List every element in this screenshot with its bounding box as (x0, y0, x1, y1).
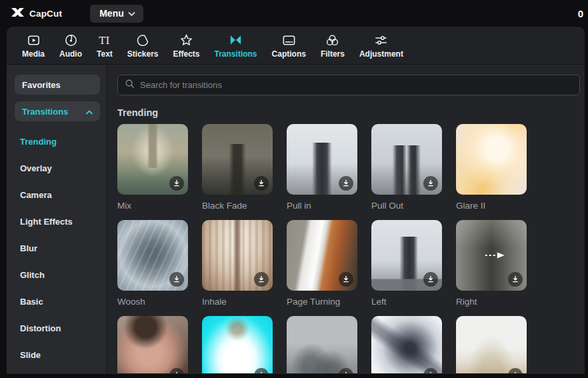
capcut-logo-icon (11, 7, 25, 20)
transition-item (371, 316, 442, 373)
topbar-right-text: 0 (578, 8, 584, 19)
transition-label: Glare II (456, 200, 527, 211)
sidebar-item-slide[interactable]: Slide (7, 341, 106, 368)
tab-adjustment[interactable]: Adjustment (352, 33, 411, 59)
download-icon[interactable] (169, 368, 184, 373)
transition-item: Left (371, 220, 442, 307)
transition-thumb-pull-out[interactable] (371, 124, 442, 195)
menu-button[interactable]: Menu (90, 5, 143, 23)
download-icon[interactable] (339, 176, 353, 191)
transition-thumb[interactable] (202, 316, 273, 373)
transitions-group-label: Transitions (22, 107, 68, 117)
download-icon[interactable] (508, 272, 523, 287)
transitions-panel-window: Media Audio TI Text Stickers Effects (7, 27, 585, 374)
transition-thumb-left[interactable] (371, 220, 442, 291)
sidebar-item-distortion[interactable]: Distortion (7, 315, 106, 341)
arrow-right-icon (484, 249, 505, 261)
transition-item: Inhale (202, 220, 273, 307)
transition-label: Woosh (117, 296, 188, 307)
sidebar-item-overlay[interactable]: Overlay (7, 155, 106, 181)
topbar: CapCut Menu 0 (0, 0, 588, 27)
transition-item: Glare II (456, 124, 527, 211)
sidebar-item-glitch[interactable]: Glitch (7, 261, 106, 288)
transition-item: Mix (117, 124, 188, 211)
transition-thumb-pull-in[interactable] (287, 124, 357, 195)
sidebar-item-basic[interactable]: Basic (7, 288, 106, 315)
download-icon[interactable] (169, 176, 184, 191)
adjustment-icon (373, 33, 389, 48)
transition-thumb-inhale[interactable] (202, 220, 273, 291)
sidebar-item-mask[interactable]: Mask (7, 368, 106, 374)
tab-filters-label: Filters (321, 49, 345, 59)
transition-thumb[interactable] (456, 316, 527, 373)
section-title: Trending (117, 107, 585, 119)
transition-thumb-mix[interactable] (117, 124, 188, 195)
app-logo: CapCut (11, 7, 62, 20)
transition-label: Left (371, 296, 442, 307)
filters-icon (325, 33, 340, 48)
tab-stickers[interactable]: Stickers (120, 33, 166, 59)
effects-icon (179, 33, 194, 48)
transition-item: Right (456, 220, 527, 307)
transition-label: Inhale (202, 296, 273, 307)
transition-thumb[interactable] (287, 316, 357, 373)
sidebar-item-trending[interactable]: Trending (7, 128, 106, 155)
transition-label: Pull Out (371, 200, 442, 211)
transition-item (202, 316, 273, 373)
transition-item: Black Fade (202, 124, 273, 211)
media-icon (26, 33, 41, 48)
download-icon[interactable] (254, 176, 269, 191)
download-icon[interactable] (423, 176, 438, 191)
category-sidebar: Favorites Transitions Trending Overlay C… (7, 65, 107, 373)
transition-item: Pull in (287, 124, 357, 211)
transition-label: Page Turning (287, 296, 357, 307)
download-icon[interactable] (423, 272, 438, 287)
transition-thumb[interactable] (371, 316, 442, 373)
transition-thumb-right[interactable] (456, 220, 527, 291)
download-icon[interactable] (339, 368, 353, 373)
transition-thumb-page-turning[interactable] (287, 220, 357, 291)
tab-text[interactable]: TI Text (89, 33, 120, 59)
download-icon[interactable] (169, 272, 184, 287)
sidebar-item-light-effects[interactable]: Light Effects (7, 208, 106, 235)
favorites-label: Favorites (22, 80, 61, 90)
sidebar-item-camera[interactable]: Camera (7, 181, 106, 208)
tab-text-label: Text (97, 49, 113, 59)
search-bar[interactable] (117, 75, 580, 95)
tab-effects[interactable]: Effects (166, 33, 207, 59)
search-icon (125, 79, 135, 91)
asset-type-toolbar: Media Audio TI Text Stickers Effects (7, 27, 585, 65)
tab-media[interactable]: Media (15, 33, 52, 59)
transition-label: Pull in (287, 200, 357, 211)
download-icon[interactable] (423, 368, 438, 373)
stickers-icon (135, 33, 151, 48)
tab-stickers-label: Stickers (127, 49, 159, 59)
svg-text:TI: TI (99, 34, 110, 46)
tab-captions-label: Captions (272, 49, 306, 59)
transition-thumb-black-fade[interactable] (202, 124, 273, 195)
transition-thumb-glare-ii[interactable] (456, 124, 527, 195)
tab-captions[interactable]: Captions (265, 33, 313, 59)
download-icon[interactable] (254, 272, 269, 287)
transition-thumb[interactable] (117, 316, 188, 373)
download-icon[interactable] (254, 368, 269, 373)
search-input[interactable] (140, 80, 573, 90)
transition-item: Pull Out (371, 124, 442, 211)
chevron-up-icon (86, 107, 93, 117)
tab-media-label: Media (22, 49, 45, 59)
tab-filters[interactable]: Filters (313, 33, 352, 59)
tab-effects-label: Effects (173, 49, 200, 59)
sidebar-item-favorites[interactable]: Favorites (15, 75, 100, 95)
tab-adjustment-label: Adjustment (359, 49, 403, 59)
download-icon[interactable] (508, 368, 523, 373)
tab-audio[interactable]: Audio (52, 33, 89, 59)
tab-transitions[interactable]: Transitions (207, 33, 265, 59)
sidebar-item-blur[interactable]: Blur (7, 235, 106, 261)
audio-icon (63, 33, 79, 48)
transitions-content: Trending Mix Black Fade (107, 65, 585, 373)
transition-thumb-woosh[interactable] (117, 220, 188, 291)
brand-name: CapCut (29, 9, 62, 19)
download-icon[interactable] (339, 272, 353, 287)
sidebar-group-transitions[interactable]: Transitions (15, 101, 100, 121)
transitions-icon (228, 33, 243, 48)
